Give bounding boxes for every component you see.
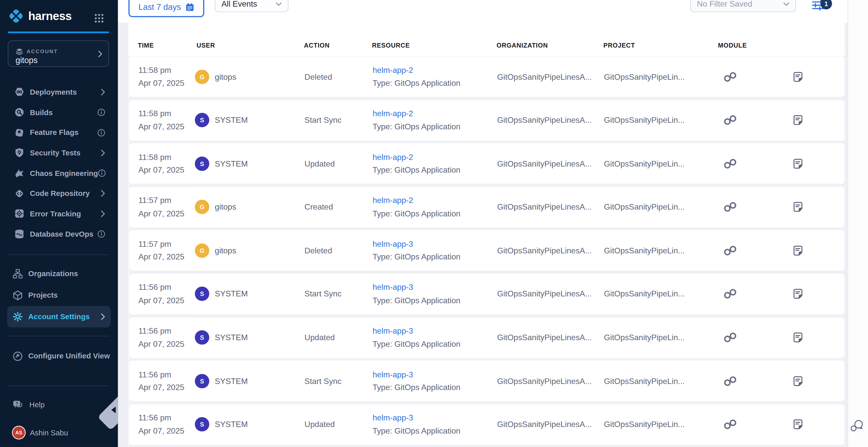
row-resource-link[interactable]: helm-app-3 <box>373 240 461 248</box>
audit-table-panel: TIME USER ACTION RESOURCE ORGANIZATION P… <box>128 23 845 447</box>
harness-logo-icon <box>8 8 25 25</box>
event-summary-icon[interactable] <box>793 419 803 430</box>
gitops-module-icon <box>724 419 737 430</box>
collapse-arrow-icon <box>111 407 116 413</box>
event-summary-icon[interactable] <box>793 376 803 386</box>
sidebar-item-help[interactable]: ? Help <box>0 394 118 415</box>
row-resource-link[interactable]: helm-app-2 <box>373 153 461 161</box>
account-scope-label: ACCOUNT <box>27 48 58 54</box>
audit-table-row[interactable]: 11:57 pm Apr 07, 2025 G gitops Created h… <box>129 186 845 228</box>
gitops-module-icon <box>724 202 737 212</box>
row-time: 11:56 pm <box>138 414 184 422</box>
row-organization: GitOpsSanityPipeLinesA... <box>497 420 592 429</box>
sidebar-item-label: Deployments <box>30 88 101 96</box>
info-icon <box>97 108 105 116</box>
sidebar-item-label: Projects <box>28 291 105 299</box>
help-chat-icon: ? <box>13 400 24 410</box>
row-user-name: SYSTEM <box>215 116 248 125</box>
sidebar-item-organizations[interactable]: Organizations <box>7 263 111 284</box>
sidebar-divider <box>8 336 109 337</box>
audit-table-row[interactable]: 11:58 pm Apr 07, 2025 S SYSTEM Start Syn… <box>129 99 845 141</box>
sidebar-item-database-devops[interactable]: Database DevOps <box>7 224 111 244</box>
chevron-right-icon <box>101 313 105 320</box>
row-action: Created <box>305 203 333 212</box>
sidebar-item-feature-flags[interactable]: Feature Flags <box>7 123 111 143</box>
event-summary-icon[interactable] <box>793 115 803 126</box>
audit-table-row[interactable]: 11:56 pm Apr 07, 2025 S SYSTEM Start Syn… <box>129 360 845 402</box>
date-range-button[interactable]: Last 7 days <box>128 0 204 17</box>
column-header-project: PROJECT <box>603 42 635 49</box>
row-project: GitOpsSanityPipeLin... <box>604 377 685 385</box>
event-summary-icon[interactable] <box>793 158 803 169</box>
table-header: TIME USER ACTION RESOURCE ORGANIZATION P… <box>128 42 845 52</box>
row-resource-link[interactable]: helm-app-3 <box>373 327 461 335</box>
row-date: Apr 07, 2025 <box>138 253 184 261</box>
row-user-avatar: G <box>195 243 209 258</box>
sidebar-item-account-settings[interactable]: Account Settings <box>7 306 111 327</box>
sidebar-item-error-tracking[interactable]: Error Tracking <box>7 204 111 224</box>
support-chat-icon[interactable] <box>850 419 864 433</box>
row-action: Updated <box>305 420 335 429</box>
sidebar-secondary-nav: Organizations Projects Account Settings <box>0 263 118 327</box>
row-date: Apr 07, 2025 <box>138 340 184 348</box>
row-project: GitOpsSanityPipeLin... <box>604 333 685 342</box>
chaos-icon <box>14 168 24 178</box>
events-filter-select[interactable]: All Events <box>215 0 288 12</box>
event-summary-icon[interactable] <box>793 289 803 299</box>
brand: harness <box>8 7 72 25</box>
module-grid-icon[interactable] <box>94 13 104 23</box>
audit-table-row[interactable]: 11:58 pm Apr 07, 2025 G gitops Deleted h… <box>129 56 845 97</box>
row-time: 11:56 pm <box>138 284 184 292</box>
sidebar-item-deployments[interactable]: Deployments <box>7 82 111 102</box>
audit-table-row[interactable]: 11:57 pm Apr 07, 2025 G gitops Deleted h… <box>129 230 845 272</box>
sidebar-item-security-tests[interactable]: Security Tests <box>7 143 111 163</box>
chevron-right-icon <box>98 51 102 58</box>
chevron-right-icon <box>101 88 105 95</box>
row-resource-link[interactable]: helm-app-2 <box>373 66 461 74</box>
sidebar-item-projects[interactable]: Projects <box>7 284 111 306</box>
row-date: Apr 07, 2025 <box>138 123 184 131</box>
row-organization: GitOpsSanityPipeLinesA... <box>497 246 592 255</box>
row-date: Apr 07, 2025 <box>138 210 184 218</box>
column-header-resource: RESOURCE <box>372 42 410 49</box>
row-resource-link[interactable]: helm-app-2 <box>373 196 461 204</box>
saved-filter-select[interactable]: No Filter Saved <box>690 0 796 12</box>
row-resource-type: Type: GitOps Application <box>373 210 461 218</box>
event-summary-icon[interactable] <box>793 202 803 212</box>
gitops-module-icon <box>724 158 737 169</box>
row-action: Start Sync <box>305 116 341 125</box>
coderepo-icon <box>14 189 24 198</box>
event-summary-icon[interactable] <box>793 245 803 256</box>
row-resource-link[interactable]: helm-app-3 <box>373 284 461 292</box>
user-name: Ashin Sabu <box>30 428 68 437</box>
audit-table-row[interactable]: 11:56 pm Apr 07, 2025 S SYSTEM Updated h… <box>129 404 845 445</box>
user-profile[interactable]: AS Ashin Sabu <box>0 421 118 443</box>
row-time: 11:57 pm <box>138 240 184 248</box>
sidebar-item-label: Configure Unified View <box>28 352 110 360</box>
column-header-organization: ORGANIZATION <box>496 42 548 49</box>
row-resource-link[interactable]: helm-app-3 <box>373 371 461 379</box>
audit-table-row[interactable]: 11:56 pm Apr 07, 2025 S SYSTEM Updated h… <box>129 317 845 358</box>
row-project: GitOpsSanityPipeLin... <box>604 116 685 125</box>
sidebar-item-chaos-engineering[interactable]: Chaos Engineering <box>7 163 111 183</box>
row-user-avatar: S <box>195 374 209 388</box>
info-icon <box>98 169 106 177</box>
row-user-name: SYSTEM <box>215 420 248 429</box>
account-scope-selector[interactable]: ACCOUNT gitops <box>8 40 109 67</box>
gitops-module-icon <box>724 332 737 343</box>
audit-table-row[interactable]: 11:58 pm Apr 07, 2025 S SYSTEM Updated h… <box>129 143 845 184</box>
audit-table-row[interactable]: 11:56 pm Apr 07, 2025 S SYSTEM Start Syn… <box>129 274 845 315</box>
row-time: 11:58 pm <box>138 153 184 161</box>
sidebar-item-builds[interactable]: Builds <box>7 102 111 123</box>
row-user-avatar: G <box>195 200 209 214</box>
sidebar-item-configure-unified-view[interactable]: Configure Unified View <box>7 345 111 367</box>
row-resource-link[interactable]: helm-app-2 <box>373 109 461 118</box>
event-summary-icon[interactable] <box>793 71 803 82</box>
row-project: GitOpsSanityPipeLin... <box>604 290 685 298</box>
event-summary-icon[interactable] <box>793 332 803 343</box>
security-icon <box>14 148 24 158</box>
row-resource-link[interactable]: helm-app-3 <box>373 414 461 422</box>
row-user-avatar: S <box>195 417 209 432</box>
row-user-name: SYSTEM <box>215 159 248 168</box>
sidebar-item-code-repository[interactable]: Code Repository <box>7 183 111 203</box>
